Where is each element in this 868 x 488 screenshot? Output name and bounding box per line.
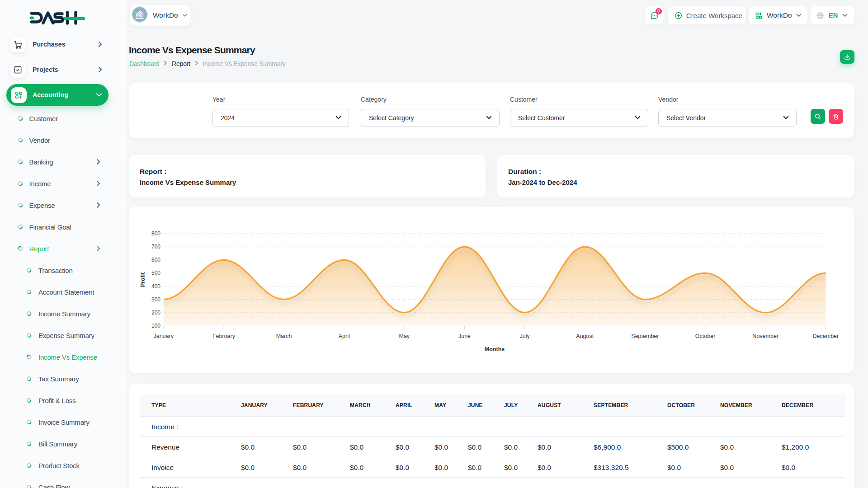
svg-text:800: 800 bbox=[151, 230, 160, 237]
svg-text:700: 700 bbox=[151, 244, 160, 250]
svg-text:300: 300 bbox=[151, 296, 160, 303]
svg-text:May: May bbox=[399, 333, 410, 339]
svg-text:June: June bbox=[458, 333, 471, 339]
svg-text:100: 100 bbox=[151, 323, 160, 329]
svg-text:February: February bbox=[212, 333, 236, 339]
svg-text:500: 500 bbox=[151, 270, 160, 276]
svg-text:August: August bbox=[576, 333, 594, 339]
svg-text:April: April bbox=[339, 333, 350, 339]
svg-text:December: December bbox=[813, 333, 839, 339]
svg-text:March: March bbox=[276, 333, 292, 339]
svg-text:July: July bbox=[519, 333, 530, 339]
svg-text:November: November bbox=[752, 333, 778, 339]
svg-text:600: 600 bbox=[151, 257, 160, 263]
svg-text:January: January bbox=[153, 333, 174, 339]
svg-text:200: 200 bbox=[151, 310, 160, 316]
svg-text:September: September bbox=[631, 333, 659, 339]
svg-text:October: October bbox=[695, 333, 715, 339]
svg-text:Months: Months bbox=[485, 346, 505, 352]
svg-text:Profit: Profit bbox=[140, 272, 146, 287]
svg-text:400: 400 bbox=[151, 283, 160, 290]
